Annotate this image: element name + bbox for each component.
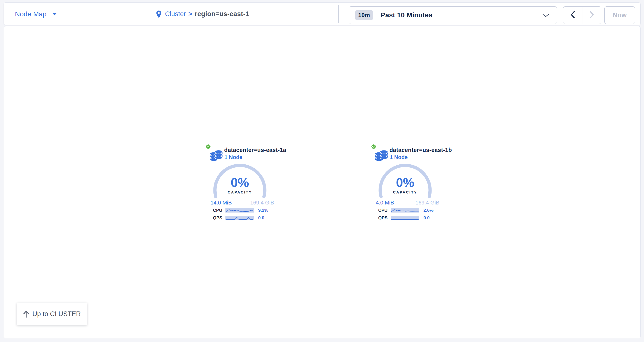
- next-time-button[interactable]: [582, 6, 601, 24]
- chevron-left-icon: [570, 11, 576, 19]
- chevron-down-icon: [542, 14, 549, 18]
- metric-row-qps: QPS 0.0: [368, 216, 449, 221]
- locality-group[interactable]: datacenter=us-east-1b 1 Node 0% CAPACITY…: [368, 144, 449, 225]
- database-stack-icon: [374, 149, 388, 162]
- up-to-cluster-label: Up to CLUSTER: [32, 310, 81, 318]
- capacity-percent: 0%: [378, 175, 432, 190]
- cpu-sparkline: [226, 208, 254, 213]
- metric-label: CPU: [368, 208, 388, 213]
- breadcrumb: Cluster > region=us-east-1: [156, 3, 250, 25]
- capacity-range: 14.0 MiB 169.4 GiB: [210, 200, 274, 206]
- time-range-dropdown[interactable]: 10m Past 10 Minutes: [349, 6, 557, 24]
- header-bar: Node Map Cluster > region=us-east-1 10m …: [4, 2, 640, 25]
- qps-sparkline: [226, 216, 254, 220]
- view-selector-label: Node Map: [15, 10, 46, 18]
- metric-row-cpu: CPU 2.6%: [368, 208, 449, 213]
- arrow-up-icon: [23, 311, 29, 318]
- capacity-label: CAPACITY: [213, 190, 267, 194]
- locality-group[interactable]: datacenter=us-east-1a 1 Node 0% CAPACITY…: [203, 144, 284, 225]
- map-canvas: Up to CLUSTER: [4, 26, 640, 338]
- now-button[interactable]: Now: [604, 6, 635, 24]
- location-pin-icon: [156, 10, 162, 18]
- node-map-area: Up to CLUSTER: [4, 26, 640, 338]
- qps-sparkline: [391, 216, 419, 220]
- metric-label: QPS: [368, 216, 388, 220]
- metric-value: 2.6%: [424, 208, 434, 213]
- locality-node-count: 1 Node: [390, 154, 408, 160]
- cpu-sparkline: [391, 208, 419, 213]
- metric-row-cpu: CPU 9.2%: [203, 208, 284, 213]
- metric-row-qps: QPS 0.0: [203, 216, 284, 221]
- capacity-used: 4.0 MiB: [376, 200, 394, 206]
- locality-title: datacenter=us-east-1a: [224, 147, 286, 153]
- metric-value: 9.2%: [258, 208, 268, 213]
- metric-label: CPU: [203, 208, 222, 213]
- time-nav-arrows: [563, 6, 601, 24]
- up-to-cluster-button[interactable]: Up to CLUSTER: [17, 303, 87, 326]
- locality-node-count: 1 Node: [224, 154, 242, 160]
- locality-title: datacenter=us-east-1b: [390, 147, 452, 153]
- time-range-badge: 10m: [355, 10, 373, 20]
- header-divider: [338, 5, 339, 23]
- metric-label: QPS: [203, 216, 222, 220]
- capacity-label: CAPACITY: [378, 190, 432, 194]
- capacity-available: 169.4 GiB: [416, 200, 439, 206]
- chevron-right-icon: [589, 11, 594, 19]
- breadcrumb-separator: >: [188, 10, 192, 18]
- metric-value: 0.0: [424, 216, 430, 220]
- capacity-available: 169.4 GiB: [250, 200, 274, 206]
- breadcrumb-current: region=us-east-1: [194, 10, 249, 18]
- capacity-range: 4.0 MiB 169.4 GiB: [376, 200, 439, 206]
- prev-time-button[interactable]: [563, 6, 582, 24]
- view-selector-dropdown[interactable]: Node Map: [15, 3, 57, 25]
- caret-down-icon: [52, 12, 57, 16]
- breadcrumb-cluster-link[interactable]: Cluster: [165, 10, 186, 18]
- database-stack-icon: [209, 149, 223, 162]
- capacity-percent: 0%: [213, 175, 267, 190]
- capacity-used: 14.0 MiB: [210, 200, 232, 206]
- metric-value: 0.0: [258, 216, 264, 220]
- time-range-label: Past 10 Minutes: [381, 11, 432, 19]
